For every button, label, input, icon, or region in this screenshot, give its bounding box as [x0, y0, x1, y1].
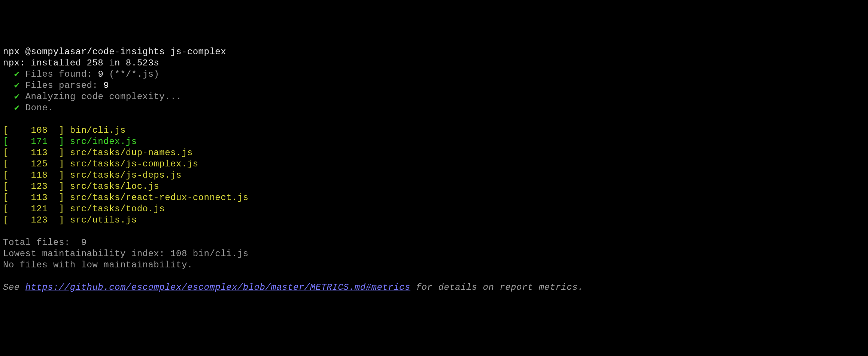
check-icon: ✔: [14, 69, 20, 79]
see-label: See: [3, 282, 25, 292]
files-found-count: 9: [98, 69, 103, 79]
metrics-link[interactable]: https://github.com/escomplex/escomplex/b…: [25, 282, 410, 292]
terminal-output: npx @sompylasar/code-insights js-complex…: [3, 46, 865, 293]
files-found-pattern: (**/*.js): [103, 69, 159, 79]
complexity-row: [ 123 ] src/tasks/loc.js: [3, 181, 159, 191]
files-parsed-label: Files parsed:: [25, 80, 104, 90]
complexity-row: [ 108 ] bin/cli.js: [3, 125, 126, 135]
files-parsed-count: 9: [103, 80, 109, 90]
npx-install-line: npx: installed 258 in 8.523s: [3, 58, 159, 68]
check-icon: ✔: [14, 103, 20, 113]
complexity-row: [ 171 ] src/index.js: [3, 136, 137, 147]
check-icon: ✔: [14, 92, 20, 102]
complexity-row: [ 113 ] src/tasks/react-redux-connect.js: [3, 193, 249, 203]
complexity-row: [ 118 ] src/tasks/js-deps.js: [3, 170, 182, 180]
command-line: npx @sompylasar/code-insights js-complex: [3, 47, 226, 57]
footer-tail: for details on report metrics.: [410, 282, 583, 292]
files-found-label: Files found:: [25, 69, 98, 79]
complexity-rows: [ 108 ] bin/cli.js [ 171 ] src/index.js …: [3, 125, 249, 225]
complexity-row: [ 121 ] src/tasks/todo.js: [3, 204, 165, 214]
complexity-row: [ 125 ] src/tasks/js-complex.js: [3, 159, 198, 169]
lowest-label: Lowest maintainability index:: [3, 249, 170, 259]
analyzing-line: Analyzing code complexity...: [25, 92, 182, 102]
complexity-row: [ 113 ] src/tasks/dup-names.js: [3, 148, 193, 158]
lowest-value: 108 bin/cli.js: [170, 249, 249, 259]
total-files-value: 9: [81, 237, 87, 248]
complexity-row: [ 123 ] src/utils.js: [3, 215, 137, 225]
total-files-label: Total files:: [3, 237, 81, 248]
no-low-line: No files with low maintainability.: [3, 260, 193, 270]
check-icon: ✔: [14, 80, 20, 90]
done-line: Done.: [25, 103, 54, 113]
